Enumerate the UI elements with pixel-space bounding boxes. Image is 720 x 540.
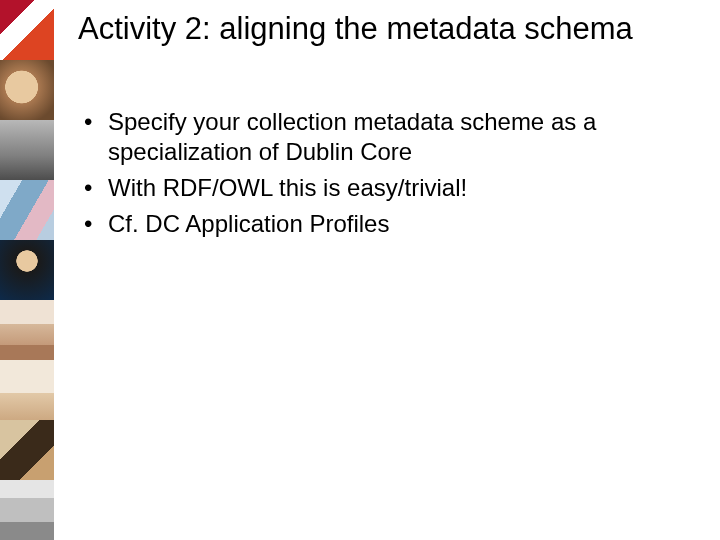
slide-content: Activity 2: aligning the metadata schema… — [54, 0, 720, 540]
thumbnail-image — [0, 60, 54, 120]
thumbnail-image — [0, 120, 54, 180]
thumbnail-strip — [0, 0, 54, 540]
thumbnail-image — [0, 480, 54, 540]
thumbnail-image — [0, 420, 54, 480]
thumbnail-image — [0, 300, 54, 360]
list-item: With RDF/OWL this is easy/trivial! — [78, 173, 680, 203]
thumbnail-image — [0, 0, 54, 60]
list-item: Cf. DC Application Profiles — [78, 209, 680, 239]
slide-title: Activity 2: aligning the metadata schema — [78, 10, 680, 47]
thumbnail-image — [0, 360, 54, 420]
slide: Activity 2: aligning the metadata schema… — [0, 0, 720, 540]
list-item: Specify your collection metadata scheme … — [78, 107, 680, 167]
thumbnail-image — [0, 180, 54, 240]
thumbnail-image — [0, 240, 54, 300]
bullet-list: Specify your collection metadata scheme … — [78, 107, 680, 239]
